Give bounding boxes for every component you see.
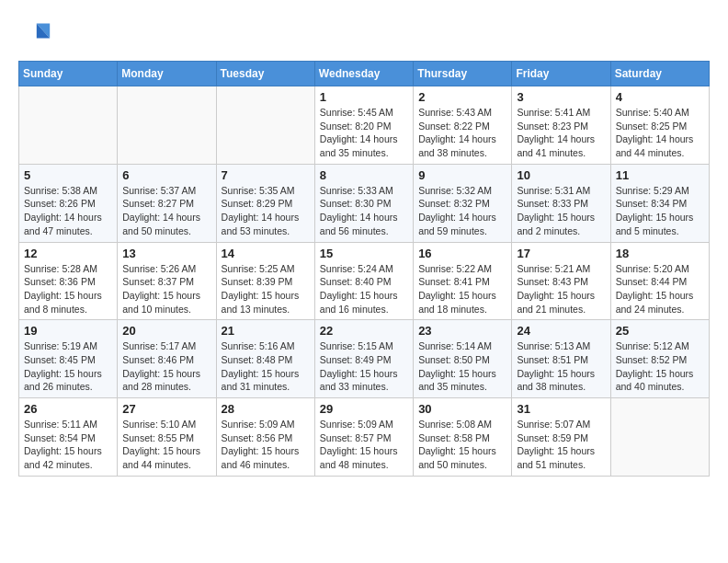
day-number: 13 [122,247,210,260]
calendar-cell: 28Sunrise: 5:09 AM Sunset: 8:56 PM Dayli… [216,398,314,477]
calendar-cell: 14Sunrise: 5:25 AM Sunset: 8:39 PM Dayli… [216,242,314,320]
day-info: Sunrise: 5:24 AM Sunset: 8:40 PM Dayligh… [320,262,408,316]
calendar-cell: 17Sunrise: 5:21 AM Sunset: 8:43 PM Dayli… [512,242,610,320]
week-row-3: 12Sunrise: 5:28 AM Sunset: 8:36 PM Dayli… [19,242,710,320]
day-number: 3 [517,90,605,104]
day-info: Sunrise: 5:35 AM Sunset: 8:29 PM Dayligh… [222,184,310,238]
day-info: Sunrise: 5:15 AM Sunset: 8:49 PM Dayligh… [320,339,408,394]
day-number: 2 [418,90,506,104]
day-number: 22 [320,324,408,338]
day-info: Sunrise: 5:13 AM Sunset: 8:51 PM Dayligh… [517,339,605,394]
column-header-thursday: Thursday [414,62,512,86]
day-info: Sunrise: 5:37 AM Sunset: 8:27 PM Dayligh… [122,184,210,238]
day-info: Sunrise: 5:08 AM Sunset: 8:58 PM Dayligh… [418,418,506,472]
column-header-friday: Friday [512,62,610,86]
day-number: 19 [24,324,112,338]
day-info: Sunrise: 5:09 AM Sunset: 8:57 PM Dayligh… [320,418,408,472]
day-info: Sunrise: 5:10 AM Sunset: 8:55 PM Dayligh… [122,418,210,472]
column-header-monday: Monday [118,62,216,86]
day-info: Sunrise: 5:31 AM Sunset: 8:33 PM Dayligh… [517,184,605,238]
column-header-saturday: Saturday [610,62,709,86]
day-info: Sunrise: 5:09 AM Sunset: 8:56 PM Dayligh… [222,418,310,472]
day-info: Sunrise: 5:41 AM Sunset: 8:23 PM Dayligh… [517,106,605,160]
calendar-cell: 3Sunrise: 5:41 AM Sunset: 8:23 PM Daylig… [512,86,610,165]
calendar-cell: 26Sunrise: 5:11 AM Sunset: 8:54 PM Dayli… [19,398,118,477]
calendar-cell: 8Sunrise: 5:33 AM Sunset: 8:30 PM Daylig… [314,164,413,242]
calendar-cell: 27Sunrise: 5:10 AM Sunset: 8:55 PM Dayli… [118,398,216,477]
calendar-table: SundayMondayTuesdayWednesdayThursdayFrid… [18,61,710,477]
day-info: Sunrise: 5:25 AM Sunset: 8:39 PM Dayligh… [222,262,310,316]
column-header-wednesday: Wednesday [314,62,413,86]
day-info: Sunrise: 5:14 AM Sunset: 8:50 PM Dayligh… [418,339,506,394]
calendar-cell: 20Sunrise: 5:17 AM Sunset: 8:46 PM Dayli… [118,320,216,398]
logo-icon [18,18,51,52]
calendar-header-row: SundayMondayTuesdayWednesdayThursdayFrid… [19,62,710,86]
calendar-cell: 31Sunrise: 5:07 AM Sunset: 8:59 PM Dayli… [512,398,610,477]
day-number: 4 [616,90,704,104]
day-info: Sunrise: 5:16 AM Sunset: 8:48 PM Dayligh… [222,339,310,394]
day-number: 31 [517,402,605,416]
day-number: 30 [418,402,506,416]
day-info: Sunrise: 5:29 AM Sunset: 8:34 PM Dayligh… [616,184,704,238]
day-info: Sunrise: 5:11 AM Sunset: 8:54 PM Dayligh… [24,418,112,472]
week-row-4: 19Sunrise: 5:19 AM Sunset: 8:45 PM Dayli… [19,320,710,398]
calendar-cell [19,86,118,165]
calendar-cell: 13Sunrise: 5:26 AM Sunset: 8:37 PM Dayli… [118,242,216,320]
calendar-cell [610,398,709,477]
calendar-cell: 2Sunrise: 5:43 AM Sunset: 8:22 PM Daylig… [414,86,512,165]
day-number: 24 [517,324,605,338]
day-info: Sunrise: 5:12 AM Sunset: 8:52 PM Dayligh… [616,339,704,394]
day-info: Sunrise: 5:21 AM Sunset: 8:43 PM Dayligh… [517,262,605,316]
day-number: 16 [418,247,506,260]
calendar-cell: 1Sunrise: 5:45 AM Sunset: 8:20 PM Daylig… [314,86,413,165]
day-number: 12 [24,247,112,260]
week-row-2: 5Sunrise: 5:38 AM Sunset: 8:26 PM Daylig… [19,164,710,242]
logo [18,18,57,52]
day-number: 10 [517,168,605,182]
day-info: Sunrise: 5:43 AM Sunset: 8:22 PM Dayligh… [418,106,506,160]
calendar-cell: 30Sunrise: 5:08 AM Sunset: 8:58 PM Dayli… [414,398,512,477]
calendar-cell: 23Sunrise: 5:14 AM Sunset: 8:50 PM Dayli… [414,320,512,398]
page-header [18,18,710,52]
day-info: Sunrise: 5:20 AM Sunset: 8:44 PM Dayligh… [616,262,704,316]
calendar-cell: 21Sunrise: 5:16 AM Sunset: 8:48 PM Dayli… [216,320,314,398]
day-info: Sunrise: 5:07 AM Sunset: 8:59 PM Dayligh… [517,418,605,472]
day-number: 5 [24,168,112,182]
calendar-cell: 18Sunrise: 5:20 AM Sunset: 8:44 PM Dayli… [610,242,709,320]
calendar-cell: 25Sunrise: 5:12 AM Sunset: 8:52 PM Dayli… [610,320,709,398]
day-number: 17 [517,247,605,260]
calendar-cell: 29Sunrise: 5:09 AM Sunset: 8:57 PM Dayli… [314,398,413,477]
day-info: Sunrise: 5:26 AM Sunset: 8:37 PM Dayligh… [122,262,210,316]
day-number: 1 [320,90,408,104]
calendar-cell: 4Sunrise: 5:40 AM Sunset: 8:25 PM Daylig… [610,86,709,165]
day-info: Sunrise: 5:19 AM Sunset: 8:45 PM Dayligh… [24,339,112,394]
calendar-cell: 5Sunrise: 5:38 AM Sunset: 8:26 PM Daylig… [19,164,118,242]
week-row-1: 1Sunrise: 5:45 AM Sunset: 8:20 PM Daylig… [19,86,710,165]
calendar-cell: 11Sunrise: 5:29 AM Sunset: 8:34 PM Dayli… [610,164,709,242]
day-info: Sunrise: 5:22 AM Sunset: 8:41 PM Dayligh… [418,262,506,316]
calendar-cell: 10Sunrise: 5:31 AM Sunset: 8:33 PM Dayli… [512,164,610,242]
day-number: 11 [616,168,704,182]
day-number: 26 [24,402,112,416]
week-row-5: 26Sunrise: 5:11 AM Sunset: 8:54 PM Dayli… [19,398,710,477]
day-info: Sunrise: 5:17 AM Sunset: 8:46 PM Dayligh… [122,339,210,394]
calendar-cell: 12Sunrise: 5:28 AM Sunset: 8:36 PM Dayli… [19,242,118,320]
calendar-cell: 22Sunrise: 5:15 AM Sunset: 8:49 PM Dayli… [314,320,413,398]
day-number: 7 [222,168,310,182]
calendar-cell [216,86,314,165]
column-header-sunday: Sunday [19,62,118,86]
day-info: Sunrise: 5:33 AM Sunset: 8:30 PM Dayligh… [320,184,408,238]
day-number: 25 [616,324,704,338]
calendar-cell: 7Sunrise: 5:35 AM Sunset: 8:29 PM Daylig… [216,164,314,242]
day-number: 9 [418,168,506,182]
day-number: 28 [222,402,310,416]
day-number: 21 [222,324,310,338]
day-number: 15 [320,247,408,260]
day-info: Sunrise: 5:40 AM Sunset: 8:25 PM Dayligh… [616,106,704,160]
day-number: 6 [122,168,210,182]
calendar-cell: 15Sunrise: 5:24 AM Sunset: 8:40 PM Dayli… [314,242,413,320]
calendar-cell: 24Sunrise: 5:13 AM Sunset: 8:51 PM Dayli… [512,320,610,398]
day-number: 8 [320,168,408,182]
calendar-cell: 9Sunrise: 5:32 AM Sunset: 8:32 PM Daylig… [414,164,512,242]
day-number: 20 [122,324,210,338]
